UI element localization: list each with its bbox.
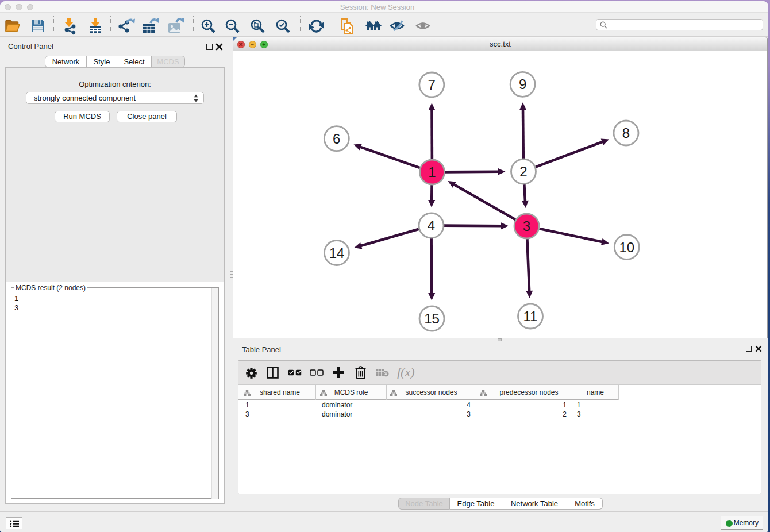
- svg-text:6: 6: [333, 131, 340, 147]
- svg-text:10: 10: [619, 240, 634, 255]
- svg-text:1: 1: [428, 164, 436, 180]
- svg-text:4: 4: [428, 218, 435, 233]
- svg-text:7: 7: [428, 77, 436, 92]
- svg-text:15: 15: [424, 311, 440, 326]
- svg-text:11: 11: [523, 309, 538, 324]
- svg-text:14: 14: [329, 245, 345, 261]
- svg-text:2: 2: [519, 164, 527, 179]
- svg-text:8: 8: [622, 125, 630, 141]
- svg-text:3: 3: [523, 218, 530, 234]
- svg-text:9: 9: [519, 76, 526, 92]
